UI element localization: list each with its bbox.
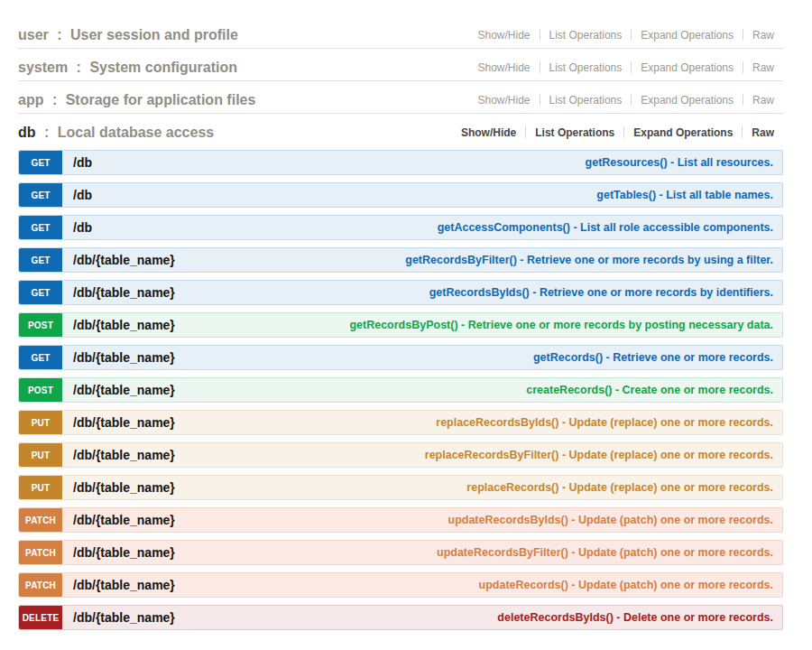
operation-row[interactable]: GET /db getAccessComponents() - List all… <box>18 215 783 240</box>
method-badge[interactable]: GET <box>19 346 62 369</box>
resource-header: db : Local database access Show/Hide Lis… <box>18 119 783 146</box>
separator-line <box>540 94 540 106</box>
resource-header: app : Storage for application files Show… <box>18 87 783 114</box>
op-path[interactable]: /db <box>73 188 92 202</box>
method-badge[interactable]: PUT <box>19 443 62 467</box>
raw-link[interactable]: Raw <box>752 61 774 74</box>
operation-row[interactable]: PATCH /db/{table_name} updateRecordsByFi… <box>18 540 783 565</box>
show-hide-link[interactable]: Show/Hide <box>478 61 531 74</box>
raw-link[interactable]: Raw <box>752 29 774 42</box>
resource-controls: Show/Hide List Operations Expand Operati… <box>478 61 775 74</box>
op-summary-link[interactable]: getRecordsByPost() - Retrieve one or mor… <box>349 319 773 331</box>
operation-row[interactable]: PUT /db/{table_name} replaceRecordsByIds… <box>18 410 783 435</box>
resource-name-separator: : <box>72 60 85 75</box>
raw-link[interactable]: Raw <box>752 94 774 107</box>
operation-row[interactable]: GET /db getResources() - List all resour… <box>18 150 783 175</box>
list-operations-link[interactable]: List Operations <box>549 94 623 107</box>
method-badge[interactable]: POST <box>19 313 62 337</box>
operation-row[interactable]: GET /db getTables() - List all table nam… <box>18 182 783 208</box>
method-badge[interactable]: GET <box>19 183 62 207</box>
op-summary-link[interactable]: getRecordsByIds() - Retrieve one or more… <box>429 286 773 299</box>
op-summary-link[interactable]: getAccessComponents() - List all role ac… <box>438 221 773 234</box>
resource-description: User session and profile <box>70 27 238 42</box>
resource-description: System configuration <box>89 60 237 75</box>
resource-name[interactable]: db <box>18 125 36 140</box>
op-path[interactable]: /db/{table_name} <box>73 318 175 332</box>
method-badge[interactable]: POST <box>19 378 62 402</box>
op-summary-link[interactable]: deleteRecordsByIds() - Delete one or mor… <box>497 611 773 624</box>
op-path[interactable]: /db/{table_name} <box>73 285 175 300</box>
separator-line <box>540 61 540 73</box>
op-path[interactable]: /db/{table_name} <box>73 448 175 462</box>
show-hide-link[interactable]: Show/Hide <box>461 126 516 139</box>
list-operations-link[interactable]: List Operations <box>535 126 614 139</box>
op-path[interactable]: /db/{table_name} <box>73 545 175 560</box>
method-badge[interactable]: PUT <box>19 476 62 499</box>
op-path[interactable]: /db/{table_name} <box>73 253 175 267</box>
op-summary-link[interactable]: createRecords() - Create one or more rec… <box>526 384 773 396</box>
op-summary-link[interactable]: getTables() - List all table names. <box>596 189 773 201</box>
method-badge[interactable]: PATCH <box>19 541 62 564</box>
resource-title[interactable]: user : User session and profile <box>18 27 238 43</box>
operation-row[interactable]: PATCH /db/{table_name} updateRecords() -… <box>18 572 783 598</box>
method-badge[interactable]: DELETE <box>19 606 62 629</box>
op-path[interactable]: /db <box>73 155 92 170</box>
method-badge[interactable]: PATCH <box>19 508 62 532</box>
raw-link[interactable]: Raw <box>752 126 774 139</box>
op-summary-link[interactable]: getRecords() - Retrieve one or more reco… <box>533 351 773 364</box>
resource-title[interactable]: system : System configuration <box>18 60 237 76</box>
op-path[interactable]: /db/{table_name} <box>73 415 175 430</box>
separator-line <box>631 94 632 106</box>
operation-row[interactable]: PUT /db/{table_name} replaceRecords() - … <box>18 475 783 500</box>
resource-title[interactable]: app : Storage for application files <box>18 92 255 108</box>
separator-line <box>631 29 632 41</box>
op-path[interactable]: /db/{table_name} <box>73 610 175 625</box>
resource-name[interactable]: user <box>18 27 49 42</box>
op-summary-link[interactable]: getResources() - List all resources. <box>586 156 773 169</box>
expand-operations-link[interactable]: Expand Operations <box>641 94 734 107</box>
operation-row[interactable]: DELETE /db/{table_name} deleteRecordsByI… <box>18 605 783 630</box>
method-badge[interactable]: GET <box>19 151 62 174</box>
show-hide-link[interactable]: Show/Hide <box>478 29 531 42</box>
resource-name[interactable]: system <box>18 60 68 75</box>
operation-row[interactable]: POST /db/{table_name} createRecords() - … <box>18 377 783 403</box>
operation-row[interactable]: GET /db/{table_name} getRecords() - Retr… <box>18 345 783 370</box>
operation-row[interactable]: PATCH /db/{table_name} updateRecordsById… <box>18 507 783 533</box>
method-badge[interactable]: PATCH <box>19 573 62 597</box>
resource-title[interactable]: db : Local database access <box>18 125 214 141</box>
expand-operations-link[interactable]: Expand Operations <box>633 126 733 139</box>
op-path[interactable]: /db/{table_name} <box>73 350 175 365</box>
resource-description: Storage for application files <box>66 92 256 107</box>
method-badge[interactable]: GET <box>19 281 62 304</box>
show-hide-link[interactable]: Show/Hide <box>478 94 531 107</box>
expand-operations-link[interactable]: Expand Operations <box>641 29 734 42</box>
op-summary-link[interactable]: replaceRecordsByIds() - Update (replace)… <box>436 416 773 429</box>
expand-operations-link[interactable]: Expand Operations <box>641 61 734 74</box>
op-path[interactable]: /db <box>73 220 92 235</box>
op-summary-link[interactable]: replaceRecordsByFilter() - Update (repla… <box>425 449 773 461</box>
op-summary-link[interactable]: updateRecordsByFilter() - Update (patch)… <box>437 546 773 559</box>
op-path[interactable]: /db/{table_name} <box>73 383 175 397</box>
method-badge[interactable]: PUT <box>19 411 62 434</box>
resource-header: system : System configuration Show/Hide … <box>18 54 783 81</box>
separator-line <box>743 61 743 73</box>
method-badge[interactable]: GET <box>19 216 62 239</box>
op-summary-link[interactable]: updateRecordsByIds() - Update (patch) on… <box>448 514 773 526</box>
op-path[interactable]: /db/{table_name} <box>73 578 175 592</box>
resource-header: user : User session and profile Show/Hid… <box>18 22 783 49</box>
list-operations-link[interactable]: List Operations <box>549 29 623 42</box>
list-operations-link[interactable]: List Operations <box>549 61 623 74</box>
operation-row[interactable]: GET /db/{table_name} getRecordsByIds() -… <box>18 280 783 305</box>
separator-line <box>743 29 743 41</box>
op-path[interactable]: /db/{table_name} <box>73 480 175 495</box>
op-summary-link[interactable]: updateRecords() - Update (patch) one or … <box>479 579 773 591</box>
operation-row[interactable]: POST /db/{table_name} getRecordsByPost()… <box>18 312 783 338</box>
separator-line <box>743 94 743 106</box>
operation-row[interactable]: GET /db/{table_name} getRecordsByFilter(… <box>18 247 783 273</box>
method-badge[interactable]: GET <box>19 248 62 272</box>
op-path[interactable]: /db/{table_name} <box>73 513 175 527</box>
op-summary-link[interactable]: getRecordsByFilter() - Retrieve one or m… <box>405 254 773 266</box>
resource-name[interactable]: app <box>18 92 43 107</box>
operation-row[interactable]: PUT /db/{table_name} replaceRecordsByFil… <box>18 442 783 468</box>
op-summary-link[interactable]: replaceRecords() - Update (replace) one … <box>466 481 773 494</box>
